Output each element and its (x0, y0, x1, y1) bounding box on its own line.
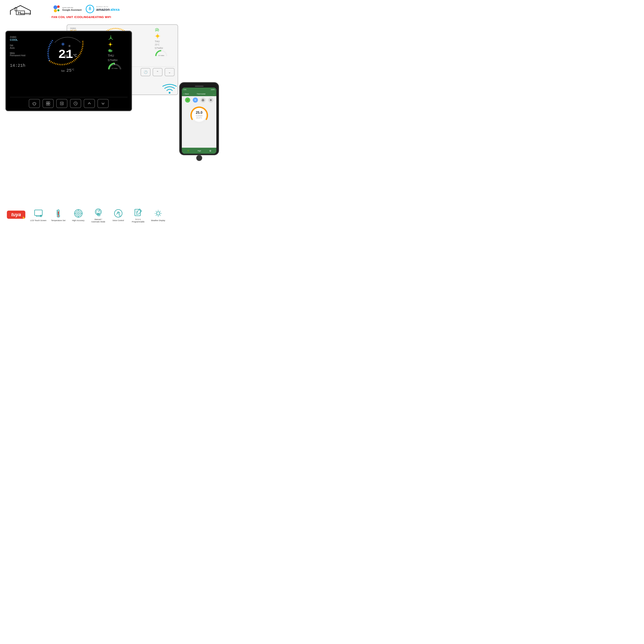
black-buttons-row: °F (10, 97, 128, 108)
svg-rect-51 (35, 210, 42, 216)
phone-icon-settings[interactable]: ⚙ (208, 97, 213, 103)
black-btn-grid[interactable] (43, 99, 54, 108)
high-accuracy-label: High Accuracy (72, 219, 85, 222)
features-section: tuya 👆 LCD Touch Screen (0, 207, 228, 223)
svg-rect-38 (46, 104, 48, 105)
alexa-badge: WORKS WITH amazon alexa (85, 5, 120, 14)
google-badge-text: works with the Google Assistant (62, 7, 82, 11)
weather-svg (153, 209, 163, 218)
phone-icon-leaf[interactable]: 🌿 (185, 97, 190, 103)
hand-dial-svg (94, 208, 103, 217)
tuya-logo: tuya 👆 (6, 209, 26, 222)
cloud-icon (108, 48, 113, 52)
phone-bottom-bar: 🌿 High ⏻ (182, 148, 216, 154)
black-right-section: THU 57%RH UV index (106, 34, 128, 95)
black-btn-down[interactable] (97, 99, 109, 108)
sun-weather-icon (153, 208, 163, 219)
phone-icon-power[interactable]: ⏻ (200, 97, 206, 103)
black-btn-clock[interactable] (70, 99, 81, 108)
wifi-area (162, 83, 177, 96)
black-gauge-container: ❄ ✳ ⬛ 21°C Set 25°C (46, 34, 89, 77)
down-chevron-icon (101, 101, 105, 106)
svg-point-12 (89, 6, 91, 9)
badges-row: works with the Google Assistant WORKS WI… (52, 4, 120, 14)
tuya-brand-svg: tuya 👆 (6, 209, 26, 221)
svg-text:❄: ❄ (61, 42, 65, 47)
phone-navbar: < Back Thermostat ... (182, 91, 216, 96)
wifi-icon (162, 83, 177, 95)
svg-point-26 (110, 37, 111, 39)
black-thermo-content: System COOL Fan Auto Menu Permanent Hold… (10, 34, 128, 95)
wind-icon-white (155, 28, 161, 32)
svg-line-44 (76, 103, 76, 104)
temp-set-label: Temperature Set (51, 219, 65, 222)
black-left-labels: System COOL Fan Auto Menu Permanent Hold… (10, 34, 29, 95)
svg-text:UV index: UV index (112, 68, 118, 69)
white-btn-down[interactable]: ⌄ (165, 68, 175, 76)
feature-voice-control: Voice Control (109, 208, 127, 222)
sun-display-icon (108, 42, 113, 47)
black-btn-up[interactable] (84, 99, 95, 108)
svg-text:°F: °F (61, 103, 63, 105)
white-btn-clock[interactable]: 🕐 (141, 68, 150, 76)
edit-icon (133, 207, 143, 217)
product-tagline: FAN COIL UNIT /COOLING&HEATING WIFI (52, 15, 111, 19)
phone-home-button[interactable] (196, 155, 202, 161)
clock-icon (73, 101, 78, 106)
svg-point-27 (109, 43, 111, 46)
svg-point-55 (41, 216, 41, 216)
svg-text:UV index: UV index (158, 55, 164, 56)
svg-point-83 (156, 212, 160, 215)
svg-point-9 (57, 9, 59, 11)
svg-rect-37 (48, 102, 50, 103)
thermometer-icon (53, 208, 64, 219)
white-right-section: THU 25°C 57%RH UV index (153, 27, 175, 56)
svg-point-14 (156, 35, 159, 37)
up-chevron-icon (87, 101, 92, 106)
feature-programmable: 5+1+1 Programmable (129, 207, 147, 223)
phone-earpiece (195, 86, 204, 87)
google-badge: works with the Google Assistant (52, 4, 82, 14)
feature-temp-set: Temperature Set (49, 208, 67, 222)
thermometer-svg (54, 209, 63, 218)
svg-line-91 (156, 215, 156, 216)
phone-leaf-icon: 🌿 (187, 150, 189, 152)
phone-statusbar: 9:41 100% (182, 88, 216, 91)
hand-dial-icon (93, 207, 103, 217)
voice-svg (114, 209, 123, 218)
black-temp-display: 21°C (58, 49, 77, 61)
svg-point-33 (108, 49, 111, 51)
badges-area: works with the Google Assistant WORKS WI… (52, 4, 120, 19)
feature-high-accuracy: High Accuracy (69, 208, 87, 222)
svg-point-71 (78, 213, 79, 214)
hessway-logo: essway (6, 4, 34, 19)
black-set-temp-display: Set 25°C (61, 68, 74, 73)
edit-svg (134, 208, 143, 217)
svg-line-90 (160, 211, 161, 212)
phone-icon-snow[interactable]: ❄ (193, 97, 198, 103)
phone-icons-row: 🌿 ❄ ⏻ ⚙ (185, 97, 213, 103)
svg-rect-39 (48, 104, 50, 105)
power-icon (32, 101, 37, 106)
svg-point-63 (58, 215, 59, 217)
svg-line-88 (156, 211, 156, 212)
black-btn-fahrenheit[interactable]: °F (56, 99, 67, 108)
google-assistant-icon (52, 4, 61, 14)
lcd-touch-label: LCD Touch Screen (30, 219, 46, 222)
alexa-text-area: WORKS WITH amazon alexa (96, 6, 120, 12)
uv-gauge-white: UV index (155, 50, 168, 56)
black-center-gauge: ❄ ✳ ⬛ 21°C Set 25°C (29, 34, 106, 95)
fahrenheit-icon: °F (59, 101, 64, 106)
lcd-screen-icon (33, 208, 44, 219)
phone-mockup: 9:41 100% < Back Thermostat ... 🌿 ❄ ⏻ (179, 82, 222, 155)
alexa-icon (85, 5, 94, 14)
white-btn-up[interactable]: ⌃ (153, 68, 163, 76)
svg-rect-36 (46, 102, 48, 103)
voice-icon (113, 208, 123, 219)
black-btn-power[interactable] (29, 99, 40, 108)
svg-text:essway: essway (21, 12, 30, 15)
svg-line-89 (160, 215, 161, 216)
svg-point-45 (169, 92, 170, 94)
phone-temp-text: 25.0 Current 23.0°C (194, 111, 204, 119)
svg-point-8 (54, 9, 57, 12)
